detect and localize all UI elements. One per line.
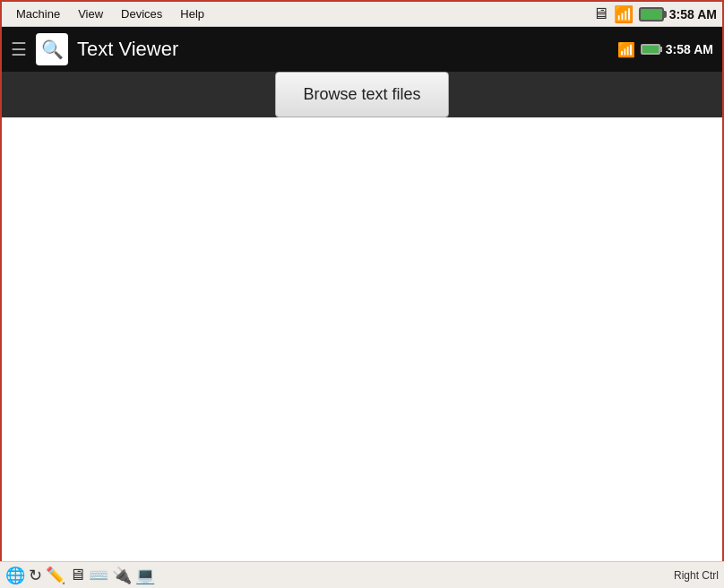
signal-icon: 📶 [614,4,634,24]
menu-view[interactable]: View [69,5,112,22]
menu-help[interactable]: Help [171,5,213,22]
host-status-bar: 🖥 📶 3:58 AM [592,4,717,24]
android-app-window: ☰ 🔍 Text Viewer 📶 3:58 AM Browse text fi… [2,27,722,117]
edit-icon[interactable]: ✏️ [46,566,65,585]
browse-text-files-button[interactable]: Browse text files [275,72,448,117]
android-title-bar: ☰ 🔍 Text Viewer 📶 3:58 AM [2,27,722,72]
vm-icon[interactable]: 💻 [135,566,155,585]
menu-machine[interactable]: Machine [7,5,69,22]
android-clock: 3:58 AM [666,42,713,56]
right-ctrl-label: Right Ctrl [674,569,719,582]
usb-icon[interactable]: 🔌 [112,566,132,585]
battery-icon [639,7,664,22]
display-icon[interactable]: 🖥 [69,566,85,584]
android-status-bar: 📶 3:58 AM [617,41,713,58]
refresh-icon[interactable]: ↻ [29,566,42,585]
app-title: Text Viewer [77,38,178,61]
host-clock: 3:58 AM [669,7,717,22]
monitor-icon: 🖥 [592,4,608,23]
hamburger-icon[interactable]: ☰ [11,39,27,60]
android-signal-icon: 📶 [617,41,635,58]
network-icon[interactable]: 🌐 [5,566,25,585]
host-menu-bar: Machine View Devices Help 🖥 📶 3:58 AM [2,2,722,27]
host-taskbar: 🌐 ↻ ✏️ 🖥 ⌨️ 🔌 💻 Right Ctrl [0,561,724,588]
android-battery-icon [641,44,660,55]
content-area: Browse text files [2,72,722,117]
app-icon: 🔍 [36,33,68,65]
menu-devices[interactable]: Devices [112,5,171,22]
keyboard-icon[interactable]: ⌨️ [89,566,108,585]
